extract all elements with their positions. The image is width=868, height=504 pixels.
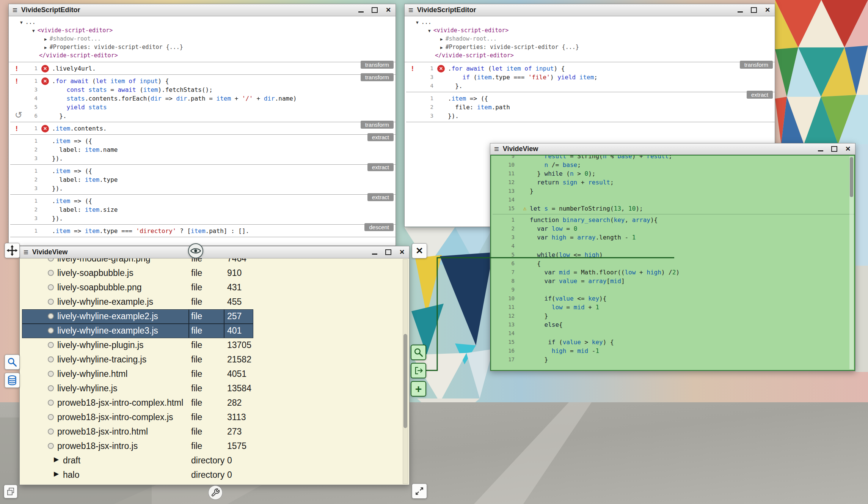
file-row[interactable]: lively-whyline.htmlfile4051	[20, 367, 409, 381]
file-row[interactable]: lively-whyline.jsfile13584	[20, 381, 409, 396]
close-button[interactable]: ✕	[385, 7, 392, 13]
code-line[interactable]: 4 stats.contents.forEach(dir => dir.path…	[10, 94, 396, 103]
copy-window-button[interactable]	[4, 485, 17, 498]
scrollbar[interactable]	[403, 259, 408, 484]
code-line[interactable]: 13}	[493, 187, 854, 195]
tree-node-shadow-root[interactable]: ▶#shadow-root...	[9, 35, 396, 43]
titlebar[interactable]: ≡ VivideView ✕	[20, 246, 409, 258]
code-line[interactable]: 3}).	[10, 184, 396, 193]
file-row[interactable]: lively-soapbubble.pngfile431	[20, 280, 409, 295]
code-line[interactable]: 10 if(value <= key){	[493, 294, 854, 303]
undo-icon[interactable]: ↺	[15, 110, 22, 120]
code-line[interactable]: 15 if (value > key) {	[493, 338, 854, 346]
file-row[interactable]: proweb18-jsx-intro.jsfile1575	[20, 439, 409, 454]
code-line[interactable]: 2 label: item.name	[10, 145, 396, 154]
file-row[interactable]: proweb18-jsx-intro-complex.jsfile3113	[20, 410, 409, 425]
search-button[interactable]	[5, 354, 20, 370]
code-line[interactable]: 2 file: item.path	[406, 103, 775, 112]
file-row[interactable]: ▶halodirectory0	[20, 468, 409, 482]
titlebar[interactable]: ≡ VivideView ✕	[490, 143, 855, 155]
code-line[interactable]: 11 } while (n > 0);	[493, 169, 854, 178]
code-line[interactable]: !1✕.for await (let item of input) {	[10, 77, 396, 85]
halo-close-button[interactable]: ✕	[412, 243, 427, 258]
close-button[interactable]: ✕	[764, 7, 771, 13]
tree-node-properties[interactable]: ▶#Properties: vivide-script-editor {...}	[405, 43, 775, 52]
tree-collapsed-icon[interactable]: ▶	[440, 37, 443, 42]
move-window-button[interactable]	[5, 243, 20, 258]
code-line[interactable]: !1✕.for await (let item of input) {	[406, 64, 775, 73]
close-button[interactable]: ✕	[399, 249, 405, 255]
minimize-button[interactable]	[737, 7, 744, 13]
code-line[interactable]: 16 high = mid -1	[493, 346, 854, 355]
code-line[interactable]: 12 }	[493, 312, 854, 320]
code-line[interactable]: 12 return sign + result;	[493, 178, 854, 187]
maximize-button[interactable]	[385, 249, 392, 255]
code-line[interactable]: 1.item => item.type === 'directory' ? [i…	[10, 227, 396, 235]
titlebar[interactable]: ≡ VivideScriptEditor ✕	[9, 4, 396, 16]
menu-icon[interactable]: ≡	[494, 143, 499, 155]
code-line[interactable]: 3 const stats = await (item).fetchStats(…	[10, 85, 396, 94]
file-row[interactable]: lively-whyline-example3.jsfile401	[20, 324, 409, 338]
code-line[interactable]: 4	[493, 242, 854, 250]
inspect-view-button[interactable]	[411, 345, 426, 360]
tree-node-root[interactable]: ▼...	[405, 18, 775, 27]
menu-icon[interactable]: ≡	[408, 5, 413, 16]
menu-icon[interactable]: ≡	[24, 247, 28, 258]
code-line[interactable]: 9 result = String(n % base) + result;	[493, 155, 854, 161]
eye-button[interactable]	[188, 243, 203, 258]
code-line[interactable]: 14	[493, 329, 854, 338]
code-line[interactable]: 6 {	[493, 259, 854, 268]
file-row[interactable]: proweb18-jsx-intro-complex.htmlfile282	[20, 396, 409, 410]
directory-arrow-icon[interactable]: ▶	[54, 470, 59, 478]
data-source-button[interactable]	[5, 373, 20, 388]
tree-collapsed-icon[interactable]: ▶	[44, 37, 47, 42]
maximize-button[interactable]	[371, 7, 378, 13]
code-line[interactable]: 15⚠let s = numberToString(13, 10);	[493, 204, 854, 213]
code-line[interactable]: !1✕.item.contents.	[10, 124, 396, 133]
code-line[interactable]: 3 var high = array.length - 1	[493, 233, 854, 242]
resize-button[interactable]	[412, 484, 427, 499]
tree-collapsed-icon[interactable]: ▶	[44, 45, 47, 50]
file-row[interactable]: proweb18-jsx-intro.htmlfile273	[20, 425, 409, 439]
file-row[interactable]: lively-whyline-plugin.jsfile13705	[20, 338, 409, 353]
tree-expanded-icon[interactable]: ▼	[428, 28, 431, 33]
add-view-button[interactable]: +	[411, 381, 426, 397]
file-row[interactable]: lively-whyline-tracing.jsfile21582	[20, 353, 409, 367]
code-line[interactable]: 1.item => ({	[10, 137, 396, 145]
code-line[interactable]: 2 label: item.size	[10, 205, 396, 214]
tree-expanded-icon[interactable]: ▼	[32, 28, 35, 33]
file-row[interactable]: lively-whyline-example2.jsfile257	[20, 309, 409, 324]
code-line[interactable]: 3}).	[406, 112, 775, 120]
file-row[interactable]: file221	[20, 482, 409, 485]
code-line[interactable]: 4 }.	[406, 82, 775, 90]
minimize-button[interactable]	[817, 146, 824, 152]
code-line[interactable]: 2 var low = 0	[493, 224, 854, 233]
code-line[interactable]: 5 while(low <= high)	[493, 250, 854, 259]
configure-button[interactable]	[208, 485, 223, 500]
tree-expanded-icon[interactable]: ▼	[416, 20, 419, 25]
tree-node-shadow-root[interactable]: ▶#shadow-root...	[405, 35, 775, 43]
tree-node-root[interactable]: ▼...	[9, 18, 396, 27]
tree-node-element[interactable]: ▼<vivide-script-editor>	[9, 27, 396, 35]
tree-collapsed-icon[interactable]: ▶	[440, 45, 443, 50]
code-line[interactable]: 5 yield stats	[10, 103, 396, 112]
code-line[interactable]: !1✕.lively4url.	[10, 64, 396, 73]
code-line[interactable]: 11 low = mid + 1	[493, 303, 854, 312]
scrollbar-thumb[interactable]	[850, 157, 853, 197]
scrollbar-thumb[interactable]	[403, 334, 407, 428]
code-line[interactable]: 3 if (item.type === 'file') yield item;	[406, 73, 775, 82]
tree-expanded-icon[interactable]: ▼	[20, 20, 23, 25]
code-line[interactable]: 1.item => ({	[406, 94, 775, 103]
code-line[interactable]: 3}).	[10, 214, 396, 223]
code-line[interactable]: 8 var value = array[mid]	[493, 277, 854, 285]
code-line[interactable]: 2 label: item.type	[10, 175, 396, 184]
minimize-button[interactable]	[371, 249, 378, 255]
code-line[interactable]: 17 }	[493, 355, 854, 364]
file-row[interactable]: lively-module-graph.pngfile7464	[20, 258, 409, 266]
code-line[interactable]: 3}).	[10, 154, 396, 163]
menu-icon[interactable]: ≡	[13, 5, 17, 16]
file-row[interactable]: lively-soapbubble.jsfile910	[20, 266, 409, 280]
directory-arrow-icon[interactable]: ▶	[54, 455, 59, 463]
code-line[interactable]: 14	[493, 195, 854, 204]
code-line[interactable]: 6 }.	[10, 112, 396, 120]
